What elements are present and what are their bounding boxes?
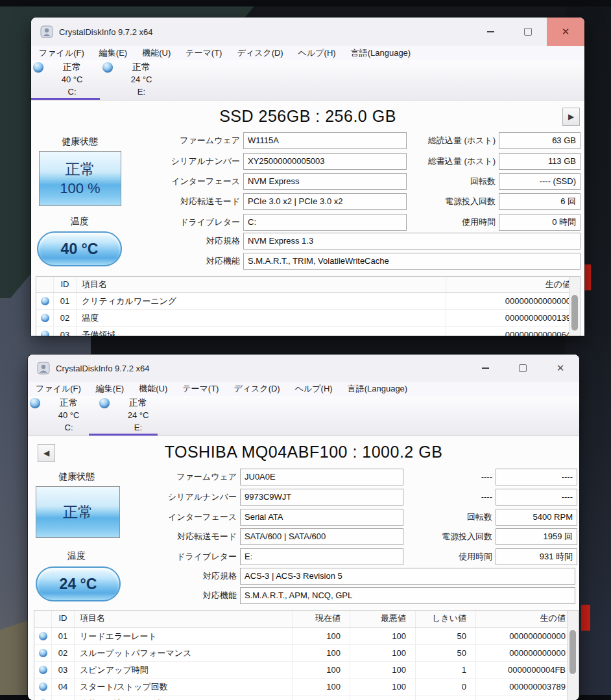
smart-name: 予備領域 (77, 327, 446, 336)
menu-item-file[interactable]: ファイル(F) (39, 47, 84, 59)
drive-temp: 40 °C (43, 409, 95, 421)
menu-item-theme[interactable]: テーマ(T) (182, 383, 219, 395)
close-icon: ✕ (557, 362, 565, 374)
status-orb-icon (39, 632, 47, 640)
scrollbar-thumb[interactable] (571, 295, 578, 331)
host-reads-value: 63 GB (499, 132, 581, 149)
maximize-button[interactable] (509, 18, 547, 46)
menu-item-help[interactable]: ヘルプ(H) (295, 383, 333, 395)
field-label: ファームウェア (28, 469, 240, 485)
menu-item-theme[interactable]: テーマ(T) (186, 47, 222, 59)
drive-tab-c[interactable]: 正常 40 °C C: (29, 397, 97, 434)
titlebar[interactable]: CrystalDiskInfo 9.7.2 x64 ✕ (28, 355, 579, 382)
app-icon (40, 25, 53, 38)
smart-row[interactable]: 05 代替処理済のセクタ数 100 100 10 000000000000 (34, 695, 578, 700)
current-column-header[interactable]: 現在値 (292, 611, 350, 627)
smart-name: スタート/ストップ回数 (75, 679, 292, 695)
drive-letter-value: C: (243, 214, 407, 231)
field-label: 使用時間 (462, 214, 499, 231)
close-button[interactable]: ✕ (542, 355, 579, 382)
smart-row[interactable]: 02 温度 00000000000139 (36, 310, 580, 327)
scrollbar-thumb[interactable] (569, 630, 576, 674)
drive-tab-e[interactable]: 正常 24 °C E: (101, 61, 170, 99)
id-column-header[interactable]: ID (52, 611, 75, 627)
field-label: 対応転送モード (31, 193, 243, 210)
table-scrollbar[interactable] (569, 277, 580, 336)
smart-table: ID 項目名 現在値 最悪値 しきい値 生の値 01 リードエラーレート 100… (34, 610, 579, 700)
field-label: ファームウェア (31, 132, 243, 149)
desktop-background (0, 0, 611, 6)
worst-column-header[interactable]: 最悪値 (350, 611, 415, 627)
drive-panel: TOSHIBA MQ04ABF100 : 1000.2 GB ◀ 健康状態 正常… (28, 436, 579, 700)
previous-drive-button[interactable]: ◀ (38, 444, 55, 462)
blank-value: ---- (496, 469, 577, 485)
smart-id: 03 (54, 327, 77, 336)
attribute-column-header[interactable]: 項目名 (77, 277, 446, 292)
smart-worst: 100 (350, 662, 415, 678)
drive-letter: E: (115, 86, 167, 98)
smart-row[interactable]: 02 スループットパフォーマンス 100 100 50 000000000000 (34, 645, 578, 662)
table-scrollbar[interactable] (567, 611, 578, 700)
smart-table-header: ID 項目名 生の値 (36, 277, 580, 293)
smart-row[interactable]: 03 スピンアップ時間 100 100 1 0000000004FB (34, 662, 578, 679)
smart-threshold: 0 (415, 679, 475, 695)
smart-id: 01 (52, 628, 75, 644)
threshold-column-header[interactable]: しきい値 (415, 611, 475, 627)
menu-item-edit[interactable]: 編集(E) (96, 383, 124, 395)
drive-panel: SSD 256GB : 256.0 GB ▶ 健康状態 正常 100 % 温度 … (31, 100, 584, 336)
titlebar[interactable]: CrystalDiskInfo 9.7.2 x64 ✕ (31, 18, 584, 46)
status-orb-icon (102, 62, 113, 73)
smart-id: 05 (52, 695, 75, 700)
drive-ticker: 正常 40 °C C: 正常 24 °C E: (31, 60, 584, 100)
close-button[interactable]: ✕ (547, 18, 584, 46)
minimize-button[interactable] (466, 355, 504, 382)
smart-row[interactable]: 03 予備領域 00000000000064 (36, 327, 580, 336)
drive-tab-c[interactable]: 正常 40 °C C: (32, 61, 101, 99)
firmware-value: JU0A0E (240, 469, 403, 485)
smart-raw: 000000000000 (475, 645, 571, 661)
menu-item-edit[interactable]: 編集(E) (99, 47, 127, 59)
next-drive-button[interactable]: ▶ (562, 108, 580, 126)
raw-column-header[interactable]: 生の値 (475, 611, 571, 627)
field-label: 使用時間 (459, 548, 496, 565)
smart-name: クリティカルワーニング (77, 293, 446, 309)
rotation-rate-value: 5400 RPM (496, 509, 577, 526)
attribute-column-header[interactable]: 項目名 (75, 611, 292, 627)
menu-item-file[interactable]: ファイル(F) (36, 383, 81, 395)
menu-item-help[interactable]: ヘルプ(H) (298, 47, 336, 59)
smart-worst: 100 (350, 628, 415, 644)
smart-row[interactable]: 01 クリティカルワーニング 00000000000000 (36, 293, 580, 310)
serial-value: XY25000000005003 (243, 153, 407, 170)
field-label: 回転数 (470, 173, 499, 190)
smart-row[interactable]: 04 スタート/ストップ回数 100 100 0 000000003789 (34, 679, 578, 695)
minimize-button[interactable] (472, 18, 509, 46)
menu-item-disk[interactable]: ディスク(D) (234, 383, 280, 395)
menu-item-disk[interactable]: ディスク(D) (237, 47, 283, 59)
drive-status: 正常 (112, 397, 164, 409)
drive-tab-e[interactable]: 正常 24 °C E: (98, 397, 167, 434)
smart-name: 温度 (77, 310, 446, 326)
smart-table-header: ID 項目名 現在値 最悪値 しきい値 生の値 (34, 611, 578, 628)
menu-item-language[interactable]: 言語(Language) (348, 383, 408, 395)
menu-item-function[interactable]: 機能(U) (142, 47, 171, 59)
drive-model-title: SSD 256GB : 256.0 GB (31, 107, 584, 126)
smart-name: 代替処理済のセクタ数 (75, 695, 292, 700)
id-column-header[interactable]: ID (54, 277, 77, 292)
drive-temp: 24 °C (112, 409, 164, 421)
features-value: S.M.A.R.T., APM, NCQ, GPL (240, 587, 575, 604)
smart-row[interactable]: 01 リードエラーレート 100 100 50 000000000000 (34, 628, 578, 645)
smart-worst: 100 (350, 645, 415, 661)
raw-column-header[interactable]: 生の値 (446, 277, 576, 292)
maximize-button[interactable] (504, 355, 542, 382)
field-label: 対応機能 (28, 587, 240, 604)
menu-item-language[interactable]: 言語(Language) (351, 47, 411, 59)
menu-item-function[interactable]: 機能(U) (139, 383, 167, 395)
smart-raw: 00000000000000 (446, 293, 576, 309)
status-column-header (36, 277, 54, 292)
field-label: ドライブレター (28, 548, 240, 565)
smart-id: 03 (52, 662, 75, 678)
field-label: シリアルナンバー (31, 153, 243, 170)
power-on-hours-value: 0 時間 (499, 214, 581, 231)
standard-value: ACS-3 | ACS-3 Revision 5 (240, 568, 575, 585)
status-orb-icon (39, 682, 47, 691)
